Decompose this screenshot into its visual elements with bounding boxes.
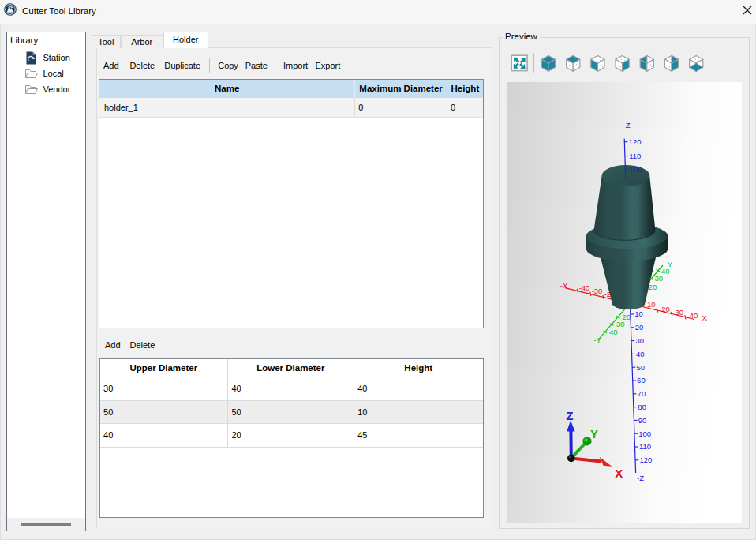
svg-text:30: 30 xyxy=(676,308,684,317)
svg-text:X: X xyxy=(702,313,707,322)
svg-text:-X: -X xyxy=(560,281,568,290)
svg-text:90: 90 xyxy=(638,416,647,425)
svg-text:120: 120 xyxy=(640,456,653,464)
svg-text:20: 20 xyxy=(661,305,670,313)
svg-text:Z: Z xyxy=(626,121,631,129)
svg-text:-Z: -Z xyxy=(637,474,644,482)
svg-text:30: 30 xyxy=(616,320,625,328)
svg-text:Y: Y xyxy=(590,427,598,441)
svg-text:-40: -40 xyxy=(579,283,590,292)
svg-text:20: 20 xyxy=(649,283,657,291)
svg-text:40: 40 xyxy=(636,350,645,358)
svg-text:80: 80 xyxy=(638,403,646,411)
svg-text:70: 70 xyxy=(638,389,646,398)
svg-text:-Y: -Y xyxy=(593,336,601,344)
svg-text:100: 100 xyxy=(630,165,642,174)
svg-text:100: 100 xyxy=(638,429,651,438)
svg-text:50: 50 xyxy=(637,363,646,372)
svg-text:30: 30 xyxy=(635,336,644,345)
svg-text:40: 40 xyxy=(609,328,618,336)
svg-text:110: 110 xyxy=(629,152,641,160)
svg-text:60: 60 xyxy=(637,376,646,384)
svg-text:-30: -30 xyxy=(592,287,603,295)
svg-text:20: 20 xyxy=(635,323,644,332)
svg-text:40: 40 xyxy=(690,311,698,320)
svg-text:10: 10 xyxy=(647,300,656,309)
svg-text:Z: Z xyxy=(566,409,573,422)
svg-text:120: 120 xyxy=(629,137,642,146)
svg-text:110: 110 xyxy=(639,442,651,451)
svg-text:10: 10 xyxy=(634,309,643,318)
svg-text:X: X xyxy=(615,467,623,480)
svg-text:Y: Y xyxy=(668,260,673,268)
